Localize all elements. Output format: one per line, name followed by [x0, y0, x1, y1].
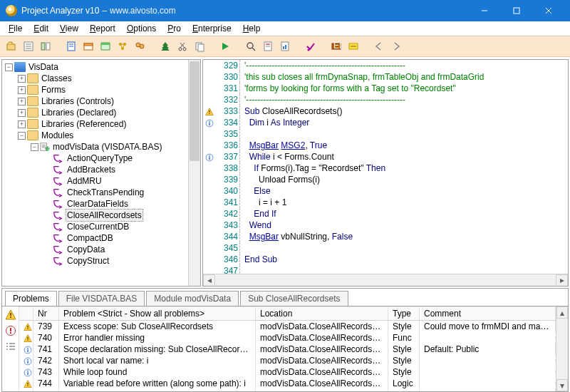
users-icon[interactable]: [133, 39, 147, 53]
find-icon[interactable]: [244, 39, 258, 53]
tree-sub[interactable]: ClearDataFields: [43, 198, 199, 210]
tree-sub[interactable]: CheckTransPending: [43, 187, 199, 198]
code-line[interactable]: 341 i = i + 1: [203, 197, 568, 208]
problem-row[interactable]: 740Error handler missingmodVisData.Close…: [19, 332, 556, 344]
problems-tab[interactable]: Sub CloseAllRecordsets: [240, 291, 348, 306]
code-line[interactable]: 340 Else: [203, 185, 568, 197]
menu-file[interactable]: File: [3, 22, 28, 35]
code-hscrollbar[interactable]: ◂ ▸: [203, 274, 568, 286]
run-icon[interactable]: [218, 39, 232, 53]
tree-folder[interactable]: +Classes: [18, 73, 199, 84]
tree-sub[interactable]: CompactDB: [43, 232, 199, 244]
struct-icon[interactable]: [115, 39, 130, 53]
scroll-up-icon[interactable]: ▴: [556, 306, 568, 319]
explorer-icon[interactable]: [38, 39, 53, 53]
scroll-down-icon[interactable]: ▾: [556, 379, 568, 391]
col-comment[interactable]: Comment: [420, 306, 556, 320]
code-line[interactable]: 344 MsgBar vbNullString, False: [203, 231, 568, 242]
edit-box-icon[interactable]: ED: [329, 39, 343, 53]
menu-help[interactable]: Help: [237, 22, 266, 35]
problem-row[interactable]: 739Excess scope: Sub CloseAllRecordsetsm…: [19, 321, 556, 332]
list-filter-icon[interactable]: [5, 341, 16, 352]
back-icon[interactable]: [372, 39, 386, 53]
code-line[interactable]: 330'this sub closes all frmDynaSnap, frm…: [203, 71, 568, 83]
forward-icon[interactable]: [389, 39, 403, 53]
tree-folder[interactable]: +Libraries (Referenced): [18, 118, 199, 130]
open-icon[interactable]: [4, 39, 19, 53]
problems-tab[interactable]: Problems: [5, 291, 57, 306]
module-icon[interactable]: [64, 39, 78, 53]
code-line[interactable]: 338 If Forms(i).Tag = "Recordset" Then: [203, 163, 568, 174]
code-line[interactable]: 342 End If: [203, 208, 568, 220]
problems-grid[interactable]: Nr Problem <Strict - Show all problems> …: [19, 306, 556, 391]
grid-header[interactable]: Nr Problem <Strict - Show all problems> …: [19, 306, 556, 321]
cut-icon[interactable]: [175, 39, 190, 53]
code-line[interactable]: 332'------------------------------------…: [203, 94, 568, 105]
code-line[interactable]: 329'------------------------------------…: [203, 60, 568, 71]
scroll-right-icon[interactable]: ▸: [556, 274, 568, 287]
tree-folder[interactable]: +Forms: [18, 84, 199, 96]
problems-tab[interactable]: Module modVisData: [146, 291, 239, 306]
tree-root[interactable]: −VisData: [5, 61, 199, 73]
page-icon[interactable]: [261, 39, 275, 53]
tree-folder[interactable]: −Modules: [18, 130, 199, 141]
scroll-left-icon[interactable]: ◂: [203, 274, 215, 287]
code-line[interactable]: 346End Sub: [203, 254, 568, 265]
warn-filter-icon[interactable]: [5, 309, 16, 321]
properties-icon[interactable]: [21, 39, 36, 53]
highlight-icon[interactable]: [346, 39, 361, 53]
menu-view[interactable]: View: [54, 22, 84, 35]
col-type[interactable]: Type: [388, 306, 420, 320]
problems-tab[interactable]: File VISDATA.BAS: [58, 291, 145, 306]
code-line[interactable]: 339 Unload Forms(i): [203, 174, 568, 185]
code-line[interactable]: 345: [203, 242, 568, 254]
err-filter-icon[interactable]: [5, 325, 16, 336]
tree-folder[interactable]: +Libraries (Declared): [18, 107, 199, 118]
problem-row[interactable]: 744Variable read before written (along s…: [19, 378, 556, 389]
code-line[interactable]: 336 MsgBar MSG2, True: [203, 140, 568, 151]
menu-edit[interactable]: Edit: [28, 22, 54, 35]
tree-scrollbar[interactable]: [188, 60, 200, 286]
project-tree[interactable]: −VisData+Classes+Forms+Libraries (Contro…: [1, 59, 201, 287]
problem-row[interactable]: 745Excess scope: Function CopyDatamodVis…: [19, 389, 556, 391]
menu-report[interactable]: Report: [84, 22, 121, 35]
code-line[interactable]: 331'forms by looking for forms with a Ta…: [203, 83, 568, 94]
form-icon[interactable]: [98, 39, 113, 53]
code-line[interactable]: 333Sub CloseAllRecordsets(): [203, 105, 568, 117]
tree-sub[interactable]: CloseAllRecordsets: [43, 210, 199, 221]
maximize-button[interactable]: [500, 0, 532, 21]
menu-enterprise[interactable]: Enterprise: [187, 22, 237, 35]
code-line[interactable]: 335: [203, 128, 568, 140]
col-nr[interactable]: Nr: [33, 306, 59, 320]
col-problem[interactable]: Problem <Strict - Show all problems>: [59, 306, 256, 320]
problem-row[interactable]: 742Short local var name: imodVisData.Clo…: [19, 355, 556, 366]
code-line[interactable]: 343 Wend: [203, 220, 568, 231]
svg-rect-29: [84, 43, 93, 46]
tree-sub[interactable]: AddMRU: [43, 175, 199, 187]
report-icon[interactable]: [278, 39, 292, 53]
tree-folder[interactable]: +Libraries (Controls): [18, 96, 199, 107]
problems-scrollbar[interactable]: ▴ ▾: [556, 306, 568, 391]
tree-sub[interactable]: CopyData: [43, 244, 199, 255]
close-button[interactable]: [532, 0, 564, 21]
check-icon[interactable]: [304, 39, 318, 53]
tree-module[interactable]: −modVisData (VISDATA.BAS): [31, 141, 199, 153]
minimize-button[interactable]: [468, 0, 500, 21]
menu-pro[interactable]: Pro: [162, 22, 187, 35]
tree-sub[interactable]: ActionQueryType: [43, 153, 199, 164]
col-location[interactable]: Location: [256, 306, 388, 320]
code-line[interactable]: 347: [203, 265, 568, 274]
tree-sub[interactable]: AddBrackets: [43, 164, 199, 175]
problem-row[interactable]: 741Scope declaration missing: Sub CloseA…: [19, 344, 556, 355]
class-icon[interactable]: [81, 39, 95, 53]
menu-options[interactable]: Options: [121, 22, 162, 35]
code-line[interactable]: 334 Dim i As Integer: [203, 117, 568, 128]
xmas-icon[interactable]: [158, 39, 172, 53]
gutter-none-icon: [203, 265, 216, 274]
problem-row[interactable]: 743While loop foundmodVisData.CloseAllRe…: [19, 366, 556, 378]
tree-sub[interactable]: CopyStruct: [43, 255, 199, 267]
tree-sub[interactable]: CloseCurrentDB: [43, 221, 199, 232]
col-icon[interactable]: [19, 306, 33, 320]
copy-icon[interactable]: [192, 39, 207, 53]
code-line[interactable]: 337 While i < Forms.Count: [203, 151, 568, 163]
